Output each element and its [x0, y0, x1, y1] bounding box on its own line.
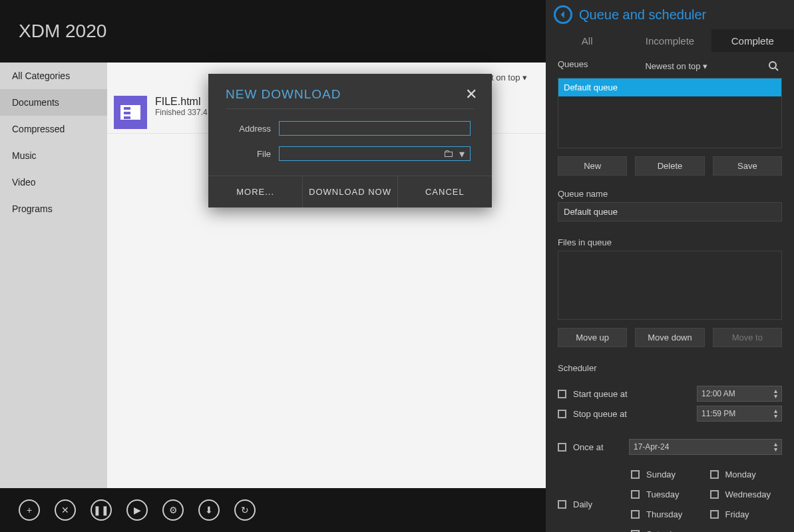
queues-label: Queues [558, 59, 588, 69]
queue-name-input[interactable] [558, 202, 782, 221]
tab-complete[interactable]: Complete [711, 29, 794, 52]
queue-name-label: Queue name [558, 189, 782, 199]
once-label: Once at [573, 442, 622, 452]
sunday-label: Sunday [646, 469, 676, 479]
chevron-down-icon[interactable]: ▾ [459, 148, 465, 160]
sunday-checkbox[interactable] [631, 470, 640, 479]
sidebar-item-programs[interactable]: Programs [0, 196, 107, 222]
monday-checkbox[interactable] [710, 470, 719, 479]
dialog-title: NEW DOWNLOAD [226, 87, 341, 102]
queue-delete-button[interactable]: Delete [635, 156, 704, 176]
svg-line-1 [775, 68, 778, 70]
files-list[interactable] [558, 251, 782, 320]
settings-button[interactable]: ⚙ [162, 499, 184, 521]
folder-icon[interactable]: 🗀 [443, 148, 454, 160]
dialog-close-button[interactable]: ✕ [465, 86, 477, 103]
document-icon [114, 96, 147, 129]
sidebar-item-all[interactable]: All Categories [0, 63, 107, 89]
queue-item-default[interactable]: Default queue [558, 78, 781, 96]
daily-label: Daily [573, 499, 592, 509]
wednesday-checkbox[interactable] [710, 490, 719, 499]
category-sidebar: All Categories Documents Compressed Musi… [0, 63, 107, 532]
thursday-label: Thursday [646, 509, 682, 519]
wednesday-label: Wednesday [725, 489, 771, 499]
scheduler-label: Scheduler [558, 363, 782, 373]
start-queue-label: Start queue at [573, 389, 690, 399]
stop-queue-checkbox[interactable] [558, 410, 566, 418]
move-to-button[interactable]: Move to [713, 328, 782, 347]
tab-all[interactable]: All [546, 29, 628, 52]
right-panel-title: Queue and scheduler [579, 7, 706, 23]
download-now-button[interactable]: DOWNLOAD NOW [302, 176, 397, 207]
stop-time-input[interactable]: 11:59 PM▴▾ [697, 406, 782, 422]
app-title: XDM 2020 [0, 0, 546, 63]
tuesday-label: Tuesday [646, 489, 679, 499]
daily-checkbox[interactable] [558, 500, 566, 509]
queue-save-button[interactable]: Save [713, 156, 782, 176]
once-date-input[interactable]: 17-Apr-24▴▾ [629, 439, 782, 455]
file-input[interactable]: 🗀 ▾ [279, 146, 471, 161]
cancel-button[interactable]: CANCEL [397, 176, 492, 207]
sidebar-item-documents[interactable]: Documents [0, 89, 107, 116]
friday-label: Friday [725, 509, 749, 519]
right-sort[interactable]: Newest on top ▾ [645, 61, 707, 71]
cancel-button[interactable]: ✕ [55, 499, 76, 521]
more-button[interactable]: MORE... [208, 176, 302, 207]
pause-button[interactable]: ❚❚ [91, 499, 112, 521]
sidebar-item-compressed[interactable]: Compressed [0, 116, 107, 142]
svg-point-0 [769, 62, 776, 68]
refresh-button[interactable]: ↻ [234, 499, 256, 521]
move-down-button[interactable]: Move down [635, 328, 704, 347]
move-up-button[interactable]: Move up [558, 328, 627, 347]
address-input[interactable] [279, 121, 471, 136]
sidebar-item-video[interactable]: Video [0, 169, 107, 196]
tab-incomplete[interactable]: Incomplete [628, 29, 711, 52]
thursday-checkbox[interactable] [631, 510, 640, 519]
files-label: Files in queue [558, 237, 782, 247]
new-download-dialog: NEW DOWNLOAD ✕ Address File 🗀 ▾ MORE... … [208, 74, 492, 207]
queue-new-button[interactable]: New [558, 156, 627, 176]
search-icon[interactable] [765, 57, 782, 74]
address-label: Address [230, 124, 271, 134]
back-button[interactable] [554, 5, 572, 24]
friday-checkbox[interactable] [710, 510, 719, 519]
stop-queue-label: Stop queue at [573, 409, 690, 419]
saturday-label: Saturday [646, 529, 681, 532]
download-button[interactable]: ⬇ [198, 499, 220, 521]
file-label: File [230, 149, 271, 159]
play-button[interactable]: ▶ [126, 499, 148, 521]
sidebar-item-music[interactable]: Music [0, 142, 107, 169]
add-button[interactable]: + [19, 499, 40, 521]
start-time-input[interactable]: 12:00 AM▴▾ [697, 386, 782, 402]
once-checkbox[interactable] [558, 443, 566, 452]
queue-list[interactable]: Default queue [558, 78, 782, 148]
start-queue-checkbox[interactable] [558, 390, 566, 398]
tuesday-checkbox[interactable] [631, 490, 640, 499]
monday-label: Monday [725, 469, 756, 479]
